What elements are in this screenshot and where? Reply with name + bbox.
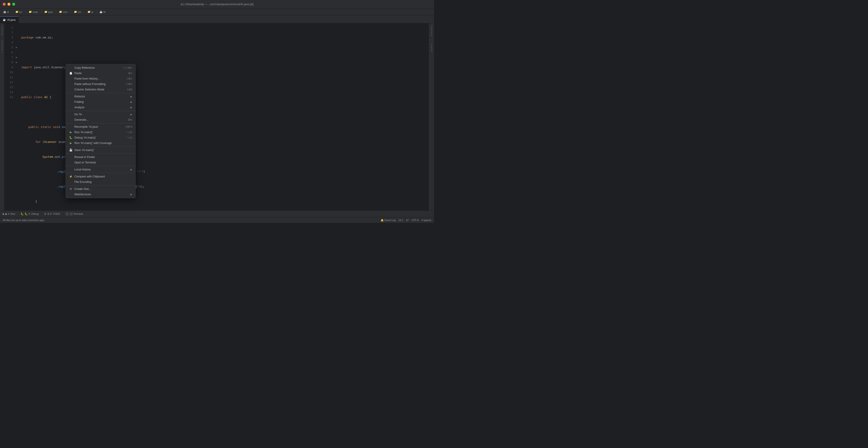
generate-shortcut: ⌘N bbox=[128, 119, 132, 121]
menu-item-folding[interactable]: Folding ▶ bbox=[66, 99, 135, 105]
menu-label: Run 'AI.main()' bbox=[74, 131, 93, 134]
debug-icon: 🐛 bbox=[21, 213, 24, 216]
nav-label: ai bbox=[7, 11, 9, 13]
nav-item-main[interactable]: 📁 main bbox=[27, 10, 39, 14]
menu-label: Debug 'AI.main()' bbox=[74, 136, 96, 139]
folder-icon: 📁 bbox=[44, 10, 48, 13]
menu-label: Paste bbox=[74, 72, 82, 75]
nav-item-ai2[interactable]: 📁 ai bbox=[86, 10, 95, 14]
nav-label: AI bbox=[103, 11, 105, 13]
nav-item-com[interactable]: 📁 com bbox=[58, 10, 69, 14]
menu-label: Generate... bbox=[74, 118, 89, 121]
terminal-label: ⬛ Terminal bbox=[70, 213, 83, 216]
folder-icon: 📁 bbox=[16, 10, 19, 13]
nav-item-java[interactable]: 📁 java bbox=[43, 10, 54, 14]
copy-reference-shortcut: ⌥⇧⌘C bbox=[123, 66, 132, 69]
menu-item-goto[interactable]: Go To ▶ bbox=[66, 111, 135, 117]
menu-item-refactor[interactable]: Refactor ▶ bbox=[66, 94, 135, 99]
menu-item-file-encoding[interactable]: File Encoding bbox=[66, 179, 135, 185]
tab-AI-java[interactable]: ☕ AI.java bbox=[0, 16, 19, 23]
line-ending[interactable]: LF bbox=[406, 219, 409, 222]
menu-item-run-coverage[interactable]: ▶ Run 'AI.main()' with Coverage bbox=[66, 140, 135, 146]
local-history-arrow: ▶ bbox=[130, 168, 132, 171]
statusbar: All files are up-to-date (moments ago) 🔔… bbox=[0, 217, 434, 223]
nav-label: com bbox=[63, 11, 68, 13]
menu-item-paste-no-format[interactable]: Paste without Formatting ⌥⌘V bbox=[66, 82, 135, 87]
menu-divider-8 bbox=[66, 185, 135, 186]
paste-shortcut: ⌘V bbox=[128, 72, 132, 75]
menu-item-create-gist[interactable]: ⚙ Create Gist... bbox=[66, 186, 135, 192]
menu-label: WebServices bbox=[74, 193, 91, 196]
menu-item-save[interactable]: 💾 Save 'AI.main()' bbox=[66, 148, 135, 153]
java-icon: ☕ bbox=[99, 10, 103, 13]
menu-item-webservices[interactable]: WebServices ▶ bbox=[66, 192, 135, 197]
todo-button[interactable]: ☰ ☰ 6: TODO bbox=[43, 212, 61, 216]
nav-item-AI[interactable]: ☕ AI bbox=[98, 10, 107, 14]
menu-item-paste-history[interactable]: Paste from History... ⇧⌘V bbox=[66, 76, 135, 82]
editor-area[interactable]: 1 2 3 4 5 6 7 8 9 10 11 12 13 14 15 bbox=[4, 23, 429, 211]
cursor-position[interactable]: 15:1 bbox=[399, 219, 403, 222]
terminal-button[interactable]: ⬛ ⬛ Terminal bbox=[65, 212, 84, 216]
menu-label: Local History bbox=[74, 168, 91, 171]
database-button[interactable]: Database bbox=[430, 42, 433, 53]
fold-gutter: ▶ ▶ ▶ bbox=[16, 23, 20, 211]
file-encoding-status[interactable]: UTF-8 bbox=[412, 219, 418, 222]
close-button[interactable] bbox=[3, 3, 6, 6]
menu-item-reveal-finder[interactable]: Reveal in Finder bbox=[66, 154, 135, 160]
menu-item-run[interactable]: ▶ Run 'AI.main()' ⌃⌥R bbox=[66, 130, 135, 135]
menu-label: Compare with Clipboard bbox=[74, 175, 105, 178]
folder-icon: 📁 bbox=[88, 10, 91, 13]
run-shortcut: ⌃⌥R bbox=[125, 131, 132, 134]
nav-item-src[interactable]: 📁 src bbox=[14, 10, 24, 14]
favorites-panel-label[interactable]: 2: Favorites bbox=[1, 40, 3, 53]
menu-label: Analyze bbox=[74, 106, 84, 109]
column-selection-shortcut: ⇧⌘8 bbox=[126, 88, 132, 91]
nav-label: ai bbox=[91, 11, 93, 13]
notifications-button[interactable]: Notifications bbox=[430, 25, 433, 37]
bottom-toolbar: ▶ ▶ 4: Run 🐛 🐛 5: Debug ☰ ☰ 6: TODO ⬛ ⬛ … bbox=[0, 211, 434, 217]
menu-item-copy-reference[interactable]: Copy Reference ⌥⇧⌘C bbox=[66, 65, 135, 70]
menu-item-paste[interactable]: 📋 Paste ⌘V bbox=[66, 70, 135, 76]
analyze-arrow: ▶ bbox=[130, 106, 132, 109]
paste-no-format-shortcut: ⌥⌘V bbox=[125, 83, 132, 86]
maximize-button[interactable] bbox=[12, 3, 15, 6]
menu-item-compare-clipboard[interactable]: ⚡ Compare with Clipboard bbox=[66, 174, 135, 179]
menu-label: Column Selection Mode bbox=[74, 88, 104, 91]
statusbar-left: All files are up-to-date (moments ago) bbox=[3, 219, 44, 222]
menu-item-open-terminal[interactable]: Open in Terminal bbox=[66, 160, 135, 165]
run-button[interactable]: ▶ ▶ 4: Run bbox=[2, 212, 16, 216]
menu-label: Paste from History... bbox=[74, 77, 100, 80]
paste-history-shortcut: ⇧⌘V bbox=[126, 77, 132, 80]
ai-icon: 🤖 bbox=[3, 10, 6, 13]
paste-icon: 📋 bbox=[69, 72, 72, 75]
context-menu: Copy Reference ⌥⇧⌘C 📋 Paste ⌘V Paste fro… bbox=[66, 64, 135, 198]
menu-item-analyze[interactable]: Analyze ▶ bbox=[66, 105, 135, 110]
menu-divider-4 bbox=[66, 147, 135, 147]
window-controls bbox=[3, 3, 15, 6]
menu-item-debug[interactable]: 🐛 Debug 'AI.main()' ⌃⌥D bbox=[66, 135, 135, 140]
indent-setting[interactable]: 4 spaces bbox=[421, 219, 431, 222]
debug-shortcut: ⌃⌥D bbox=[125, 136, 132, 139]
todo-label: ☰ 6: TODO bbox=[47, 213, 60, 216]
minimize-button[interactable] bbox=[7, 3, 10, 6]
menu-label: Go To bbox=[74, 113, 82, 116]
menu-label: Refactor bbox=[74, 95, 85, 98]
status-event-log[interactable]: 🔔 Event Log bbox=[381, 219, 396, 222]
debug-button[interactable]: 🐛 🐛 5: Debug bbox=[20, 212, 39, 216]
far-left-panel: Structure 2: Favorites bbox=[0, 23, 4, 211]
nav-item-xm[interactable]: 📁 xm bbox=[72, 10, 83, 14]
structure-panel-label[interactable]: Structure bbox=[1, 25, 3, 35]
run-icon: ▶ bbox=[69, 131, 72, 134]
menu-item-column-selection[interactable]: Column Selection Mode ⇧⌘8 bbox=[66, 87, 135, 92]
webservices-arrow: ▶ bbox=[130, 193, 132, 196]
menu-item-generate[interactable]: Generate... ⌘N bbox=[66, 117, 135, 123]
menu-label: Run 'AI.main()' with Coverage bbox=[74, 141, 112, 145]
menu-item-local-history[interactable]: Local History ▶ bbox=[66, 167, 135, 172]
run-label: ▶ 4: Run bbox=[5, 213, 15, 216]
nav-item-ai[interactable]: 🤖 ai bbox=[2, 10, 10, 14]
menu-item-recompile[interactable]: Recompile 'AI.java' ⇧⌘F9 bbox=[66, 124, 135, 130]
tabbar: ☕ AI.java bbox=[0, 15, 434, 23]
save-icon: 💾 bbox=[69, 149, 72, 152]
navbar: 🤖 ai › 📁 src › 📁 main › 📁 java › 📁 com ›… bbox=[0, 8, 434, 15]
recompile-shortcut: ⇧⌘F9 bbox=[125, 125, 132, 128]
